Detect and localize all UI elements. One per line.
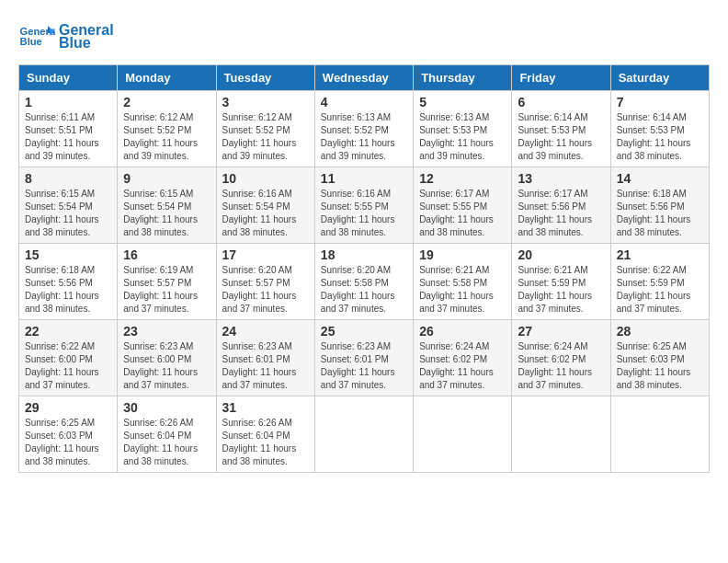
- calendar-cell: 4 Sunrise: 6:13 AM Sunset: 5:52 PM Dayli…: [314, 91, 413, 167]
- day-number: 26: [419, 324, 506, 339]
- day-number: 22: [25, 324, 111, 339]
- day-number: 9: [123, 171, 210, 186]
- calendar-cell: 13 Sunrise: 6:17 AM Sunset: 5:56 PM Dayl…: [512, 167, 610, 244]
- calendar-cell: 10 Sunrise: 6:16 AM Sunset: 5:54 PM Dayl…: [216, 167, 314, 244]
- calendar-cell: 2 Sunrise: 6:12 AM Sunset: 5:52 PM Dayli…: [118, 91, 216, 167]
- svg-text:Blue: Blue: [20, 36, 42, 47]
- day-info: Sunrise: 6:19 AM Sunset: 5:57 PM Dayligh…: [123, 264, 210, 316]
- day-number: 29: [25, 400, 111, 415]
- day-info: Sunrise: 6:24 AM Sunset: 6:02 PM Dayligh…: [518, 340, 604, 392]
- day-number: 20: [518, 247, 604, 262]
- day-number: 1: [25, 95, 111, 109]
- weekday-header: Thursday: [414, 65, 512, 91]
- calendar-cell: [414, 396, 512, 473]
- day-number: 7: [617, 95, 703, 109]
- day-info: Sunrise: 6:25 AM Sunset: 6:03 PM Dayligh…: [25, 417, 111, 468]
- calendar-cell: [512, 396, 610, 473]
- logo: General Blue General Blue: [18, 18, 114, 55]
- day-info: Sunrise: 6:13 AM Sunset: 5:52 PM Dayligh…: [321, 111, 407, 163]
- day-info: Sunrise: 6:25 AM Sunset: 6:03 PM Dayligh…: [617, 340, 703, 392]
- day-number: 13: [518, 171, 604, 186]
- day-info: Sunrise: 6:16 AM Sunset: 5:54 PM Dayligh…: [222, 188, 309, 239]
- calendar-week-row: 1 Sunrise: 6:11 AM Sunset: 5:51 PM Dayli…: [19, 91, 710, 167]
- day-info: Sunrise: 6:26 AM Sunset: 6:04 PM Dayligh…: [222, 417, 309, 468]
- day-info: Sunrise: 6:14 AM Sunset: 5:53 PM Dayligh…: [617, 111, 703, 163]
- day-info: Sunrise: 6:18 AM Sunset: 5:56 PM Dayligh…: [617, 188, 703, 239]
- day-number: 17: [222, 247, 309, 262]
- calendar-cell: 31 Sunrise: 6:26 AM Sunset: 6:04 PM Dayl…: [216, 396, 314, 473]
- day-number: 16: [123, 247, 210, 262]
- day-number: 8: [25, 171, 111, 186]
- day-info: Sunrise: 6:14 AM Sunset: 5:53 PM Dayligh…: [518, 111, 604, 163]
- calendar-cell: 9 Sunrise: 6:15 AM Sunset: 5:54 PM Dayli…: [118, 167, 216, 244]
- day-number: 27: [518, 324, 604, 339]
- calendar-cell: 16 Sunrise: 6:19 AM Sunset: 5:57 PM Dayl…: [118, 244, 216, 320]
- weekday-header: Sunday: [19, 65, 118, 91]
- weekday-header: Saturday: [610, 65, 709, 91]
- day-info: Sunrise: 6:22 AM Sunset: 6:00 PM Dayligh…: [25, 340, 111, 392]
- day-number: 28: [617, 324, 703, 339]
- day-info: Sunrise: 6:18 AM Sunset: 5:56 PM Dayligh…: [25, 264, 111, 316]
- day-number: 23: [123, 324, 210, 339]
- calendar-cell: 6 Sunrise: 6:14 AM Sunset: 5:53 PM Dayli…: [512, 91, 610, 167]
- day-number: 3: [222, 95, 309, 109]
- weekday-header: Tuesday: [216, 65, 314, 91]
- day-info: Sunrise: 6:21 AM Sunset: 5:58 PM Dayligh…: [419, 264, 506, 316]
- weekday-header: Monday: [118, 65, 216, 91]
- day-number: 15: [25, 247, 111, 262]
- day-info: Sunrise: 6:23 AM Sunset: 6:01 PM Dayligh…: [222, 340, 309, 392]
- day-number: 18: [321, 247, 407, 262]
- calendar-cell: 30 Sunrise: 6:26 AM Sunset: 6:04 PM Dayl…: [118, 396, 216, 473]
- day-info: Sunrise: 6:20 AM Sunset: 5:58 PM Dayligh…: [321, 264, 407, 316]
- day-number: 24: [222, 324, 309, 339]
- calendar-cell: 12 Sunrise: 6:17 AM Sunset: 5:55 PM Dayl…: [414, 167, 512, 244]
- calendar-cell: 19 Sunrise: 6:21 AM Sunset: 5:58 PM Dayl…: [414, 244, 512, 320]
- calendar-cell: 24 Sunrise: 6:23 AM Sunset: 6:01 PM Dayl…: [216, 320, 314, 396]
- day-info: Sunrise: 6:22 AM Sunset: 5:59 PM Dayligh…: [617, 264, 703, 316]
- page-header: General Blue General Blue: [18, 18, 710, 55]
- day-number: 30: [123, 400, 210, 415]
- calendar-cell: 8 Sunrise: 6:15 AM Sunset: 5:54 PM Dayli…: [19, 167, 118, 244]
- day-number: 31: [222, 400, 309, 415]
- day-info: Sunrise: 6:17 AM Sunset: 5:55 PM Dayligh…: [419, 188, 506, 239]
- weekday-header: Wednesday: [314, 65, 413, 91]
- calendar-cell: 25 Sunrise: 6:23 AM Sunset: 6:01 PM Dayl…: [314, 320, 413, 396]
- day-info: Sunrise: 6:23 AM Sunset: 6:00 PM Dayligh…: [123, 340, 210, 392]
- calendar-cell: 27 Sunrise: 6:24 AM Sunset: 6:02 PM Dayl…: [512, 320, 610, 396]
- day-number: 5: [419, 95, 506, 109]
- calendar-week-row: 22 Sunrise: 6:22 AM Sunset: 6:00 PM Dayl…: [19, 320, 710, 396]
- day-number: 11: [321, 171, 407, 186]
- day-number: 19: [419, 247, 506, 262]
- day-info: Sunrise: 6:23 AM Sunset: 6:01 PM Dayligh…: [321, 340, 407, 392]
- day-info: Sunrise: 6:12 AM Sunset: 5:52 PM Dayligh…: [123, 111, 210, 163]
- day-info: Sunrise: 6:13 AM Sunset: 5:53 PM Dayligh…: [419, 111, 506, 163]
- calendar-cell: 7 Sunrise: 6:14 AM Sunset: 5:53 PM Dayli…: [610, 91, 709, 167]
- day-info: Sunrise: 6:15 AM Sunset: 5:54 PM Dayligh…: [25, 188, 111, 239]
- calendar-cell: 3 Sunrise: 6:12 AM Sunset: 5:52 PM Dayli…: [216, 91, 314, 167]
- calendar-cell: 26 Sunrise: 6:24 AM Sunset: 6:02 PM Dayl…: [414, 320, 512, 396]
- day-number: 14: [617, 171, 703, 186]
- calendar-table: SundayMondayTuesdayWednesdayThursdayFrid…: [18, 64, 710, 473]
- day-info: Sunrise: 6:20 AM Sunset: 5:57 PM Dayligh…: [222, 264, 309, 316]
- day-number: 25: [321, 324, 407, 339]
- calendar-cell: 22 Sunrise: 6:22 AM Sunset: 6:00 PM Dayl…: [19, 320, 118, 396]
- day-number: 10: [222, 171, 309, 186]
- calendar-cell: 23 Sunrise: 6:23 AM Sunset: 6:00 PM Dayl…: [118, 320, 216, 396]
- calendar-cell: 29 Sunrise: 6:25 AM Sunset: 6:03 PM Dayl…: [19, 396, 118, 473]
- calendar-cell: 21 Sunrise: 6:22 AM Sunset: 5:59 PM Dayl…: [610, 244, 709, 320]
- calendar-header-row: SundayMondayTuesdayWednesdayThursdayFrid…: [19, 65, 710, 91]
- calendar-cell: [610, 396, 709, 473]
- calendar-cell: [314, 396, 413, 473]
- calendar-cell: 17 Sunrise: 6:20 AM Sunset: 5:57 PM Dayl…: [216, 244, 314, 320]
- calendar-cell: 1 Sunrise: 6:11 AM Sunset: 5:51 PM Dayli…: [19, 91, 118, 167]
- logo-icon: General Blue: [18, 18, 55, 55]
- calendar-cell: 11 Sunrise: 6:16 AM Sunset: 5:55 PM Dayl…: [314, 167, 413, 244]
- day-number: 4: [321, 95, 407, 109]
- day-number: 6: [518, 95, 604, 109]
- day-number: 21: [617, 247, 703, 262]
- day-info: Sunrise: 6:17 AM Sunset: 5:56 PM Dayligh…: [518, 188, 604, 239]
- calendar-cell: 20 Sunrise: 6:21 AM Sunset: 5:59 PM Dayl…: [512, 244, 610, 320]
- day-info: Sunrise: 6:16 AM Sunset: 5:55 PM Dayligh…: [321, 188, 407, 239]
- day-info: Sunrise: 6:26 AM Sunset: 6:04 PM Dayligh…: [123, 417, 210, 468]
- calendar-cell: 18 Sunrise: 6:20 AM Sunset: 5:58 PM Dayl…: [314, 244, 413, 320]
